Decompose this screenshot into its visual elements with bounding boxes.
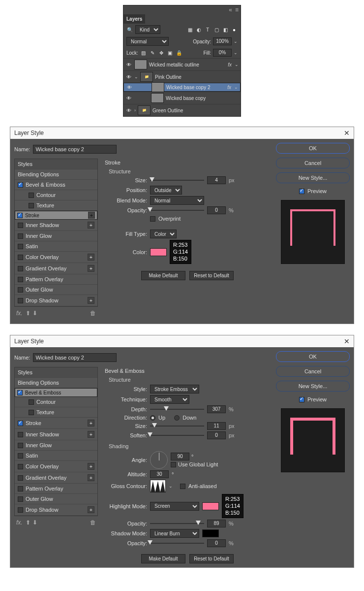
add-effect-icon[interactable]: + [88, 474, 94, 481]
filter-shape-icon[interactable]: ▢ [213, 26, 220, 33]
name-input[interactable] [33, 353, 117, 362]
effect-checkbox[interactable] [18, 287, 23, 293]
add-effect-icon[interactable]: + [88, 431, 94, 438]
effect-row[interactable]: Contour [15, 190, 97, 200]
effect-checkbox[interactable] [18, 255, 23, 260]
make-default-button[interactable]: Make Default [141, 554, 185, 563]
move-down-icon[interactable]: ⬇ [32, 310, 37, 317]
effect-row[interactable]: Contour [15, 397, 97, 407]
trash-icon[interactable]: 🗑 [90, 519, 96, 526]
style-select[interactable]: Stroke Emboss [150, 385, 199, 394]
effect-row[interactable]: Outer Glow [15, 285, 97, 295]
move-down-icon[interactable]: ⬇ [32, 519, 37, 526]
layer-row[interactable]: 👁Wicked base copy 2fx⌄ [123, 83, 241, 92]
visibility-icon[interactable]: 👁 [125, 96, 132, 101]
effect-row[interactable]: Outer Glow [15, 494, 97, 504]
reset-default-button[interactable]: Reset to Default [189, 554, 234, 563]
effect-checkbox[interactable] [18, 464, 23, 469]
effect-checkbox[interactable] [18, 182, 23, 188]
opacity-value[interactable]: 100% [213, 37, 232, 45]
cancel-button[interactable]: Cancel [276, 158, 350, 168]
position-select[interactable]: Outside [150, 186, 182, 195]
close-icon[interactable]: ✕ [344, 337, 350, 345]
effect-checkbox[interactable] [29, 399, 34, 405]
effect-checkbox[interactable] [29, 410, 34, 415]
expand-icon[interactable]: ⌄ [134, 74, 138, 79]
shadow-opacity-slider[interactable] [150, 541, 204, 546]
gloss-contour-swatch[interactable] [150, 480, 166, 492]
lock-all-icon[interactable]: 🔒 [176, 49, 182, 56]
direction-down-radio[interactable] [174, 415, 180, 421]
effect-checkbox[interactable] [18, 223, 23, 228]
reset-default-button[interactable]: Reset to Default [189, 271, 234, 280]
shadow-color-swatch[interactable] [202, 529, 219, 537]
move-up-icon[interactable]: ⬆ [26, 519, 30, 526]
blendmode-select[interactable]: Normal [150, 196, 204, 205]
layer-row[interactable]: 👁Wicked metallic outlinefx⌄ [123, 58, 241, 70]
effect-row[interactable]: Pattern Overlay [15, 274, 97, 285]
blending-options-row[interactable]: Blending Options [15, 169, 97, 180]
cancel-button[interactable]: Cancel [276, 366, 350, 377]
filter-kind-select[interactable]: Kind [135, 25, 160, 34]
lock-move-icon[interactable]: ✥ [158, 49, 165, 56]
make-default-button[interactable]: Make Default [141, 271, 185, 280]
angle-dial[interactable] [150, 451, 168, 469]
layers-tab[interactable]: Layers [123, 14, 145, 24]
filter-adjust-icon[interactable]: ◐ [195, 26, 202, 33]
effect-checkbox[interactable] [18, 496, 23, 502]
shadow-mode-select[interactable]: Linear Burn [150, 529, 199, 538]
fill-value[interactable]: 0% [213, 49, 232, 57]
effect-checkbox[interactable] [29, 193, 34, 198]
effect-row[interactable]: Stroke+ [15, 418, 97, 429]
opacity-chevron-icon[interactable]: ⌄ [234, 39, 238, 44]
effect-row[interactable]: Gradient Overlay+ [15, 472, 97, 484]
ok-button[interactable]: OK [276, 143, 350, 154]
effect-checkbox[interactable] [17, 390, 23, 395]
fill-chevron-icon[interactable]: ⌄ [234, 50, 238, 55]
color-swatch[interactable] [150, 248, 167, 256]
effect-row[interactable]: Pattern Overlay [15, 484, 97, 494]
opacity-value[interactable]: 0 [207, 206, 226, 214]
effect-row[interactable]: Bevel & Emboss [15, 180, 97, 190]
opacity-slider[interactable] [150, 208, 204, 213]
effect-checkbox[interactable] [18, 421, 23, 426]
styles-header[interactable]: Styles [15, 159, 97, 169]
effect-row[interactable]: Color Overlay+ [15, 461, 97, 472]
effect-row[interactable]: Bevel & Emboss [15, 388, 97, 397]
effect-checkbox[interactable] [18, 507, 23, 513]
highlight-opacity-slider[interactable] [150, 521, 204, 526]
angle-value[interactable]: 90 [171, 453, 189, 460]
effect-checkbox[interactable] [18, 298, 23, 303]
close-icon[interactable]: ✕ [344, 129, 350, 137]
fx-badge[interactable]: fx [226, 85, 232, 90]
visibility-icon[interactable]: 👁 [126, 85, 133, 90]
visibility-icon[interactable]: 👁 [125, 108, 132, 113]
add-effect-icon[interactable]: + [88, 254, 94, 261]
global-light-checkbox[interactable] [171, 462, 176, 467]
size-slider[interactable] [150, 424, 204, 428]
effect-checkbox[interactable] [18, 486, 23, 492]
effect-row[interactable]: Inner Shadow+ [15, 220, 97, 231]
highlight-color-swatch[interactable] [202, 502, 219, 510]
highlight-opacity-value[interactable]: 89 [207, 520, 226, 527]
effect-row[interactable]: Drop Shadow+ [15, 295, 97, 306]
overprint-checkbox[interactable] [150, 216, 155, 222]
fx-chevron-icon[interactable]: ⌄ [235, 62, 239, 67]
collapse-icon[interactable]: « [229, 6, 232, 13]
blending-options-row[interactable]: Blending Options [15, 378, 97, 388]
visibility-icon[interactable]: 👁 [125, 74, 132, 80]
lock-artboard-icon[interactable]: ▣ [167, 49, 174, 56]
effect-row[interactable]: Gradient Overlay+ [15, 263, 97, 274]
fx-chevron-icon[interactable]: ⌄ [234, 85, 238, 90]
effect-row[interactable]: Satin [15, 451, 97, 461]
effect-row[interactable]: Texture [15, 200, 97, 211]
effect-checkbox[interactable] [18, 244, 23, 249]
layer-row[interactable]: 👁›📁Green Outline [123, 104, 241, 116]
fx-badge[interactable]: fx [227, 62, 233, 67]
size-value[interactable]: 4 [207, 176, 226, 184]
styles-header[interactable]: Styles [15, 367, 97, 378]
effect-row[interactable]: Inner Glow [15, 231, 97, 241]
preview-checkbox[interactable] [299, 397, 304, 402]
move-up-icon[interactable]: ⬆ [26, 310, 30, 317]
effect-checkbox[interactable] [18, 432, 23, 437]
